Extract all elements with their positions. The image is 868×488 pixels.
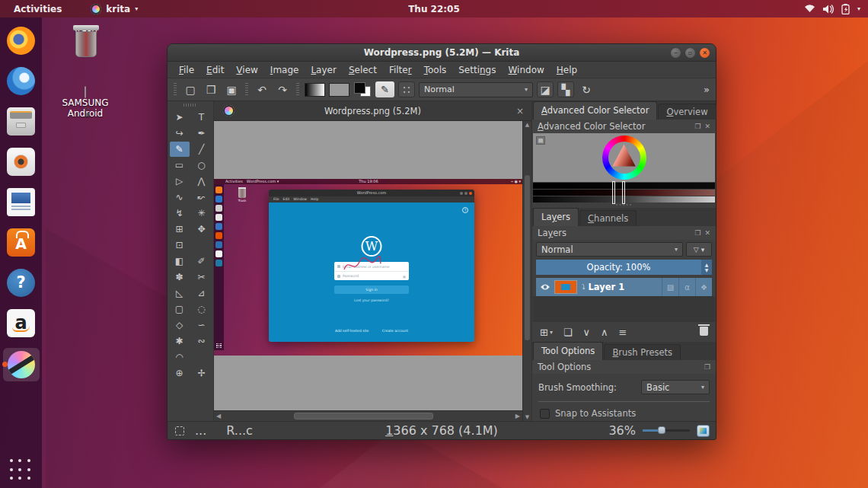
firefox-icon[interactable] (6, 25, 37, 56)
close-docker-icon[interactable]: ✕ (704, 123, 710, 130)
pattern-swatch[interactable] (329, 83, 349, 97)
delete-layer-button[interactable] (700, 327, 708, 338)
gradient-swatch[interactable] (305, 83, 325, 97)
similar-color-select-tool[interactable]: ✱ (170, 333, 190, 349)
ubuntu-software-icon[interactable] (6, 227, 37, 257)
zoom-slider[interactable] (643, 429, 690, 432)
text-tool[interactable]: T (192, 110, 212, 125)
tab-channels[interactable]: Channels (579, 210, 637, 226)
canvas-horizontal-scrollbar[interactable]: ◀ ▶ (214, 410, 522, 421)
canvas-vertical-scrollbar[interactable]: ▲ ▼ (522, 121, 531, 421)
color-selector-area[interactable]: ▤ (533, 133, 715, 182)
document-subwindow-titlebar[interactable]: Wordpress.png (5.2M) × (214, 101, 531, 121)
samsung-device-icon[interactable]: SAMSUNG Android (59, 87, 112, 119)
eraser-mode-button[interactable]: ◪ (537, 81, 554, 97)
duplicate-layer-button[interactable]: ❏ (563, 327, 573, 338)
opacity-spinner[interactable]: ▲▼ (701, 260, 712, 275)
brush-smoothing-dropdown[interactable]: Basic ▾ (641, 380, 710, 394)
add-layer-button[interactable]: ⊞ ▾ (540, 327, 553, 338)
toolbar-grip[interactable] (174, 83, 177, 97)
trash-desktop-icon[interactable]: Trash (59, 25, 112, 36)
rhythmbox-icon[interactable] (6, 146, 37, 177)
toolbar-grip[interactable] (245, 83, 248, 97)
brush-editor-button[interactable]: ✎ (375, 81, 394, 97)
foreground-background-colors[interactable] (353, 81, 372, 97)
window-title-bar[interactable]: Wordpress.png (5.2M) — Krita ‒ ▫ ✕ (168, 44, 716, 62)
menu-select[interactable]: Select (343, 63, 382, 77)
toolbar-grip[interactable] (296, 83, 299, 97)
palette-grip[interactable] (183, 104, 197, 107)
save-button[interactable]: ▣ (223, 81, 240, 97)
ellipse-tool[interactable]: ○ (192, 158, 212, 173)
close-document-icon[interactable]: × (516, 106, 524, 116)
crop-tool[interactable]: ⊡ (170, 238, 190, 253)
layer-properties-button[interactable]: ≡ (619, 327, 627, 338)
amazon-icon[interactable]: a (6, 308, 37, 338)
smart-patch-tool[interactable]: ✂ (192, 270, 212, 285)
dynamic-brush-tool[interactable]: ↯ (170, 206, 190, 221)
undo-button[interactable]: ↶ (254, 81, 270, 97)
libreoffice-writer-icon[interactable] (6, 187, 37, 217)
rectangle-tool[interactable]: ▭ (170, 158, 190, 173)
tool-spacer[interactable] (192, 349, 212, 365)
float-docker-icon[interactable]: ❐ (694, 123, 700, 130)
scroll-right-icon[interactable]: ▶ (515, 413, 520, 419)
tool-options-docker-header[interactable]: Tool Options ❐ (532, 360, 716, 374)
select-shapes-tool[interactable]: ➤ (170, 110, 190, 125)
move-layer-down-button[interactable]: ∨ (583, 327, 591, 338)
menu-filter[interactable]: Filter (384, 63, 417, 77)
canvas-image-wordpress-screenshot[interactable]: Activities WordPress.com ▾ Thu 19:06 ⌁ ◉… (214, 179, 523, 356)
tab-tool-options[interactable]: Tool Options (533, 342, 603, 360)
float-docker-icon[interactable]: ❐ (694, 229, 700, 237)
move-tool[interactable]: ✥ (192, 222, 212, 237)
blend-mode-dropdown[interactable]: Normal ▾ (419, 82, 533, 97)
tab-advanced-color-selector[interactable]: Advanced Color Selector (533, 101, 657, 120)
show-applications-button[interactable] (10, 459, 33, 482)
polygon-select-tool[interactable]: ◇ (170, 317, 190, 333)
menu-view[interactable]: View (231, 63, 263, 77)
zoom-slider-knob[interactable] (658, 426, 665, 434)
menu-window[interactable]: Window (503, 63, 549, 77)
brush-presets-button[interactable]: ∷ (398, 81, 415, 97)
inherit-alpha-icon[interactable]: α (678, 278, 695, 296)
menu-help[interactable]: Help (551, 63, 582, 77)
canvas-only-mode-icon[interactable] (697, 425, 710, 437)
maximize-button[interactable]: ▫ (685, 48, 695, 58)
close-button[interactable]: ✕ (700, 48, 710, 58)
menu-settings[interactable]: Settings (453, 63, 501, 77)
move-layer-up-button[interactable]: ∧ (601, 327, 608, 338)
redo-button[interactable]: ↷ (274, 81, 291, 97)
magnetic-select-tool[interactable]: ◠ (170, 349, 190, 365)
line-tool[interactable]: ╱ (192, 142, 212, 157)
color-sliders[interactable] (533, 183, 715, 203)
close-docker-icon[interactable]: ✕ (704, 229, 710, 237)
opacity-slider[interactable]: Opacity: 100% (536, 260, 701, 275)
freehand-brush-tool[interactable]: ✎ (170, 142, 190, 157)
tab-brush-presets[interactable]: Brush Presets (604, 344, 681, 360)
bezier-curve-tool[interactable]: ∿ (170, 190, 190, 205)
polygon-tool[interactable]: ▷ (170, 174, 190, 189)
selector-settings-icon[interactable]: ▤ (536, 136, 545, 145)
layer-thumbnail[interactable] (554, 280, 577, 294)
assistants-tool[interactable]: ◺ (170, 285, 190, 301)
tab-layers[interactable]: Layers (533, 208, 579, 226)
krita-dock-icon[interactable] (3, 348, 40, 381)
tool-spacer[interactable] (192, 238, 212, 253)
layers-docker-header[interactable]: Layers ❐ ✕ (532, 226, 716, 240)
edit-shapes-tool[interactable]: ↪ (170, 126, 190, 141)
color-docker-header[interactable]: Advanced Color Selector ❐ ✕ (532, 120, 716, 133)
preserve-alpha-button[interactable]: ▚ (557, 81, 574, 97)
opacity-control[interactable]: Opacity: 100% ▲▼ (536, 260, 712, 275)
measure-tool[interactable]: ⊿ (192, 285, 212, 301)
slider-handle[interactable] (612, 181, 615, 204)
canvas[interactable]: Activities WordPress.com ▾ Thu 19:06 ⌁ ◉… (214, 121, 531, 421)
scroll-down-icon[interactable]: ▼ (523, 414, 531, 420)
layer-visibility-toggle[interactable] (536, 283, 554, 291)
bezier-select-tool[interactable]: ∾ (192, 333, 212, 349)
ellipse-select-tool[interactable]: ◌ (192, 301, 212, 317)
freehand-select-tool[interactable]: ∽ (192, 317, 212, 333)
menu-image[interactable]: Image (265, 63, 305, 77)
pattern-edit-tool[interactable]: ✽ (170, 270, 190, 285)
layer-filter-button[interactable]: ▽ ▾ (686, 242, 712, 257)
slider-handle[interactable] (622, 181, 625, 204)
